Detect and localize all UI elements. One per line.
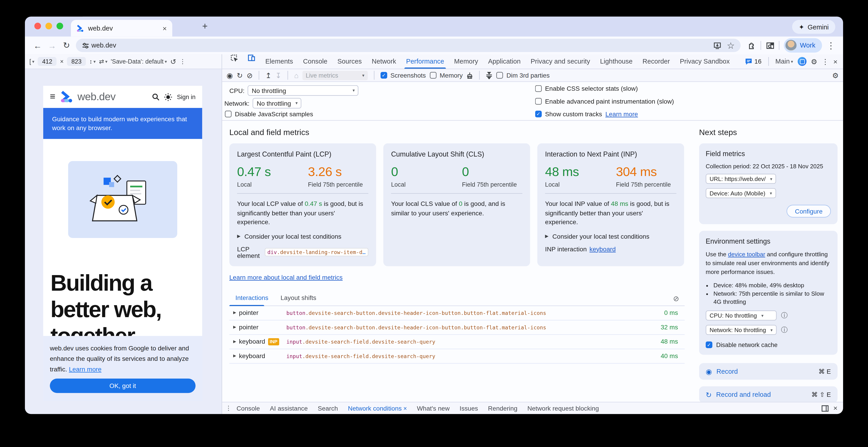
tab-console[interactable]: Console bbox=[298, 54, 332, 69]
interaction-row[interactable]: ▶keyboard input.devsite-search-field.dev… bbox=[229, 349, 685, 364]
devtools-close-icon[interactable]: × bbox=[833, 57, 838, 66]
interaction-row[interactable]: ▶keyboardINP input.devsite-search-field.… bbox=[229, 335, 685, 349]
install-icon[interactable] bbox=[711, 42, 724, 49]
main-context-dropdown[interactable]: Main ▾ bbox=[775, 58, 793, 65]
dock-side-icon[interactable] bbox=[822, 405, 829, 411]
cookie-learn-more-link[interactable]: Learn more bbox=[69, 366, 101, 372]
css-selector-stats-checkbox[interactable] bbox=[535, 85, 542, 92]
interaction-row[interactable]: ▶pointer button.devsite-search-button.de… bbox=[229, 306, 685, 320]
tab-performance[interactable]: Performance bbox=[401, 54, 449, 69]
issues-counter[interactable]: 16 bbox=[745, 58, 762, 65]
dim-3rd-parties-row[interactable]: Dim 3rd parties bbox=[496, 72, 550, 78]
gemini-button[interactable]: ✦ Gemini bbox=[792, 20, 835, 34]
triangle-icon[interactable]: ▶ bbox=[233, 325, 236, 330]
side-search-icon[interactable] bbox=[764, 42, 777, 49]
record-reload-icon[interactable]: ↻ bbox=[237, 72, 243, 79]
tab-elements[interactable]: Elements bbox=[260, 54, 298, 69]
drawer-tab-network-request-blocking[interactable]: Network request blocking bbox=[522, 401, 604, 414]
capture-settings-icon[interactable]: ⚙ bbox=[832, 71, 839, 79]
collapse-tracks-icon[interactable] bbox=[486, 72, 492, 79]
device-preset-dropdown[interactable]: [ ▾ bbox=[29, 58, 34, 65]
cookie-ok-button[interactable]: OK, got it bbox=[50, 379, 195, 393]
rotate-icon[interactable]: ↺ bbox=[170, 57, 176, 66]
extensions-icon[interactable] bbox=[745, 42, 758, 49]
record-and-reload-button[interactable]: ↻ Record and reload ⌘ ⇧ E bbox=[699, 386, 838, 402]
tab-application[interactable]: Application bbox=[483, 54, 526, 69]
devtools-menu-icon[interactable]: ⋮ bbox=[822, 57, 829, 66]
info-icon[interactable]: ⓘ bbox=[781, 311, 787, 320]
device-toolbar-link[interactable]: device toolbar bbox=[728, 251, 766, 257]
site-settings-icon[interactable] bbox=[79, 40, 91, 50]
close-window-button[interactable] bbox=[34, 23, 41, 29]
memory-checkbox-row[interactable]: Memory bbox=[430, 72, 463, 78]
env-cpu-select[interactable]: CPU: No throttling ▾ bbox=[706, 311, 777, 320]
triangle-icon[interactable]: ▶ bbox=[233, 311, 236, 315]
screenshots-checkbox-row[interactable]: ✓ Screenshots bbox=[380, 72, 426, 78]
tab-network[interactable]: Network bbox=[367, 54, 401, 69]
cpu-throttle-select[interactable]: No throttling ▾ bbox=[248, 85, 359, 96]
triangle-icon[interactable]: ▶ bbox=[233, 339, 236, 344]
tab-privacy-security[interactable]: Privacy and security bbox=[526, 54, 595, 69]
metrics-learn-more-link[interactable]: Learn more about local and field metrics bbox=[229, 274, 343, 280]
url-text[interactable]: web.dev bbox=[91, 42, 711, 49]
inp-expander[interactable]: ▶ Consider your local test conditions bbox=[545, 233, 677, 239]
interaction-row[interactable]: ▶pointer button.devsite-search-button.de… bbox=[229, 320, 685, 335]
theme-toggle-icon[interactable] bbox=[164, 93, 173, 101]
drawer-tab-console[interactable]: Console bbox=[231, 401, 265, 414]
drawer-close-icon[interactable]: × bbox=[833, 404, 838, 412]
garbage-collect-icon[interactable] bbox=[467, 72, 473, 79]
drawer-tab-issues[interactable]: Issues bbox=[455, 401, 483, 414]
zoom-window-button[interactable] bbox=[57, 23, 63, 29]
drawer-tab-network-conditions[interactable]: Network conditions× bbox=[343, 401, 412, 414]
save-profile-icon[interactable]: ↧ bbox=[275, 72, 281, 79]
load-profile-icon[interactable]: ↥ bbox=[265, 72, 272, 79]
field-device-select[interactable]: Device: Auto (Mobile) ▾ bbox=[706, 188, 776, 198]
drawer-tab-whats-new[interactable]: What's new bbox=[412, 401, 455, 414]
tab-memory[interactable]: Memory bbox=[449, 54, 483, 69]
configure-button[interactable]: Configure bbox=[787, 205, 831, 217]
tab-privacy-sandbox[interactable]: Privacy Sandbox bbox=[675, 54, 735, 69]
profile-button[interactable]: Work bbox=[784, 38, 822, 53]
zoom-dropdown[interactable]: ↕ ▾ bbox=[89, 58, 96, 65]
drawer-tab-ai-assistance[interactable]: AI assistance bbox=[265, 401, 313, 414]
sign-in-button[interactable]: Sign in bbox=[177, 94, 195, 100]
tab-recorder[interactable]: Recorder bbox=[638, 54, 675, 69]
site-brand[interactable]: web.dev bbox=[78, 91, 116, 103]
dim-3rd-parties-checkbox[interactable] bbox=[496, 72, 503, 78]
tab-close-icon[interactable]: × bbox=[162, 24, 167, 32]
toggle-device-toolbar-icon[interactable] bbox=[243, 54, 260, 69]
env-network-select[interactable]: Network: No throttling ▾ bbox=[706, 325, 777, 335]
screenshots-checkbox[interactable]: ✓ bbox=[380, 72, 387, 78]
field-url-select[interactable]: URL: https://web.dev/ ▾ bbox=[706, 174, 776, 184]
advanced-paint-checkbox[interactable] bbox=[535, 98, 542, 104]
inspect-icon[interactable] bbox=[225, 54, 243, 69]
new-tab-button[interactable]: + bbox=[202, 21, 208, 32]
viewport-height-input[interactable]: 823 bbox=[67, 57, 86, 66]
network-throttle-select[interactable]: No throttling ▾ bbox=[253, 98, 302, 108]
record-button[interactable]: ◉ Record ⌘ E bbox=[699, 363, 838, 380]
disable-cache-row[interactable]: ✓ Disable network cache bbox=[706, 342, 831, 348]
tab-lighthouse[interactable]: Lighthouse bbox=[595, 54, 638, 69]
close-icon[interactable]: × bbox=[403, 405, 407, 411]
forward-button[interactable]: → bbox=[45, 41, 59, 50]
lcp-expander[interactable]: ▶ Consider your local test conditions bbox=[237, 233, 368, 239]
viewport-width-input[interactable]: 412 bbox=[38, 57, 57, 66]
drawer-menu-icon[interactable]: ⋮ bbox=[225, 405, 231, 412]
record-icon[interactable]: ◉ bbox=[227, 72, 233, 79]
disable-cache-checkbox[interactable]: ✓ bbox=[706, 342, 712, 348]
devtools-settings-icon[interactable]: ⚙ bbox=[811, 57, 817, 66]
lcp-element-chip[interactable]: div.devsite-landing-row-item-d… bbox=[265, 248, 368, 256]
hamburger-menu-icon[interactable]: ≡ bbox=[50, 92, 55, 102]
minimize-window-button[interactable] bbox=[45, 23, 52, 29]
tab-sources[interactable]: Sources bbox=[332, 54, 367, 69]
tab-interactions[interactable]: Interactions bbox=[229, 291, 274, 306]
drawer-tab-rendering[interactable]: Rendering bbox=[483, 401, 522, 414]
custom-tracks-checkbox[interactable]: ✓ bbox=[535, 111, 542, 117]
triangle-icon[interactable]: ▶ bbox=[233, 353, 236, 358]
disable-js-samples-checkbox[interactable] bbox=[225, 111, 231, 117]
omnibox[interactable]: web.dev ☆ bbox=[76, 39, 741, 52]
site-search-icon[interactable] bbox=[152, 93, 160, 101]
info-icon[interactable]: ⓘ bbox=[781, 325, 787, 335]
browser-menu-icon[interactable]: ⋮ bbox=[824, 40, 838, 50]
device-toolbar-menu-icon[interactable]: ⋮ bbox=[180, 58, 186, 65]
